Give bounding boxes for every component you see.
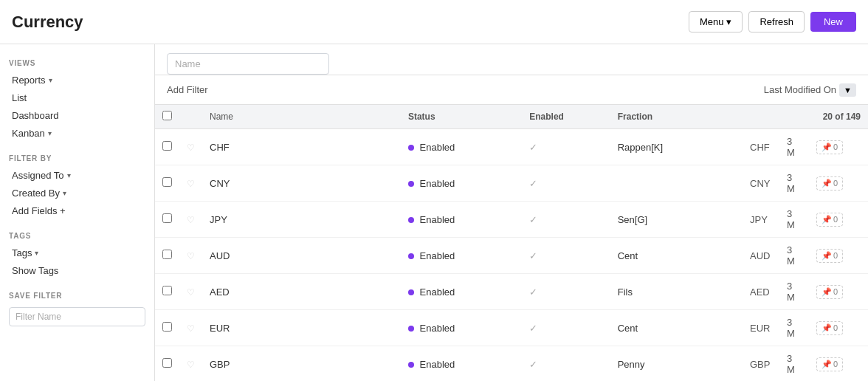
row-checkbox[interactable]: [162, 250, 172, 259]
status-label: Enabled: [420, 286, 455, 298]
status-label: Enabled: [420, 323, 455, 334]
col-fraction: Fraction: [610, 105, 743, 129]
count-badge[interactable]: 📌 0: [816, 213, 843, 227]
sidebar-item-created-by[interactable]: Created By ▾: [9, 185, 145, 202]
sidebar-item-add-fields-label: Add Fields +: [12, 205, 66, 216]
table-row: ♡ CNY Enabled ✓ CNY 3 M 📌 0: [155, 165, 868, 202]
row-name[interactable]: CNY: [202, 165, 401, 202]
row-name[interactable]: AUD: [202, 238, 401, 274]
add-filter-button[interactable]: Add Filter: [167, 81, 208, 98]
status-label: Enabled: [420, 142, 455, 153]
sidebar-item-add-fields[interactable]: Add Fields +: [9, 202, 145, 219]
status-label: Enabled: [420, 178, 455, 189]
row-name[interactable]: EUR: [202, 310, 401, 346]
heart-icon[interactable]: ♡: [187, 287, 195, 298]
count-badge[interactable]: 📌 0: [816, 249, 843, 263]
sidebar: VIEWS Reports ▾ List Dashboard Kanban ▾ …: [0, 44, 155, 381]
menu-button[interactable]: Menu ▾: [689, 11, 743, 32]
chevron-icon-reports: ▾: [49, 76, 52, 84]
row-name[interactable]: JPY: [202, 202, 401, 238]
table-row: ♡ CHF Enabled ✓ Rappen[K] CHF 3 M 📌 0: [155, 129, 868, 165]
heart-icon[interactable]: ♡: [187, 179, 195, 189]
row-code: EUR: [743, 310, 779, 346]
row-count-cell: 📌 0: [809, 165, 868, 202]
heart-icon[interactable]: ♡: [187, 215, 195, 225]
row-fraction: Penny: [610, 346, 743, 382]
status-dot: [408, 181, 414, 187]
new-button[interactable]: New: [810, 12, 856, 32]
count-badge[interactable]: 📌 0: [816, 357, 843, 371]
row-fraction: Sen[G]: [610, 202, 743, 238]
row-checkbox[interactable]: [162, 358, 172, 368]
row-name[interactable]: AED: [202, 274, 401, 310]
sidebar-item-kanban[interactable]: Kanban ▾: [9, 125, 145, 142]
app-header: Currency Menu ▾ Refresh New: [0, 0, 868, 44]
row-enabled: ✓: [522, 346, 610, 382]
row-checkbox-cell: [155, 346, 179, 382]
heart-icon[interactable]: ♡: [187, 143, 195, 153]
heart-icon[interactable]: ♡: [187, 360, 195, 370]
row-status: Enabled: [401, 274, 522, 310]
row-fraction: Fils: [610, 274, 743, 310]
col-record-count: 20 of 149: [743, 105, 868, 129]
row-checkbox[interactable]: [162, 177, 172, 187]
count-badge[interactable]: 📌 0: [816, 321, 843, 335]
row-status: Enabled: [401, 165, 522, 202]
row-checkbox[interactable]: [162, 322, 172, 332]
status-dot: [408, 217, 414, 223]
refresh-button[interactable]: Refresh: [748, 11, 805, 32]
sidebar-item-show-tags[interactable]: Show Tags: [9, 262, 145, 279]
chevron-icon-assigned-to: ▾: [67, 171, 71, 179]
sort-button[interactable]: ▼: [839, 83, 856, 97]
heart-icon[interactable]: ♡: [187, 323, 195, 334]
row-checkbox[interactable]: [162, 286, 172, 295]
chevron-icon-created-by: ▾: [63, 189, 66, 197]
row-name[interactable]: GBP: [202, 346, 401, 382]
sidebar-item-dashboard[interactable]: Dashboard: [9, 107, 145, 124]
row-name[interactable]: CHF: [202, 129, 401, 165]
col-name: Name: [202, 105, 401, 129]
check-icon: ✓: [529, 214, 537, 225]
row-period: 3 M: [779, 274, 809, 310]
pin-icon: 📌: [822, 251, 832, 261]
row-code: JPY: [743, 202, 779, 238]
row-fraction: Rappen[K]: [610, 129, 743, 165]
sidebar-item-tags-label: Tags: [12, 247, 32, 258]
row-code: CNY: [743, 165, 779, 202]
pin-icon: 📌: [822, 360, 832, 369]
sidebar-item-tags[interactable]: Tags ▾: [9, 244, 145, 261]
check-icon: ✓: [529, 250, 537, 261]
count-badge[interactable]: 📌 0: [816, 176, 843, 190]
row-fav-cell: ♡: [179, 310, 202, 346]
pin-icon: 📌: [822, 179, 832, 188]
row-count-cell: 📌 0: [809, 129, 868, 165]
sidebar-item-assigned-to[interactable]: Assigned To ▾: [9, 167, 145, 184]
row-status: Enabled: [401, 202, 522, 238]
row-period: 3 M: [779, 346, 809, 382]
row-fav-cell: ♡: [179, 202, 202, 238]
check-icon: ✓: [529, 359, 537, 370]
row-checkbox-cell: [155, 274, 179, 310]
row-checkbox[interactable]: [162, 213, 172, 223]
count-badge[interactable]: 📌 0: [816, 285, 843, 299]
col-enabled: Enabled: [522, 105, 610, 129]
pin-icon: 📌: [822, 287, 832, 297]
main-content: Add Filter Last Modified On ▼ Name Statu…: [155, 44, 868, 381]
heart-icon[interactable]: ♡: [187, 251, 195, 261]
row-count-cell: 📌 0: [809, 274, 868, 310]
row-fraction: [610, 165, 743, 202]
row-checkbox[interactable]: [162, 141, 172, 151]
table-row: ♡ GBP Enabled ✓ Penny GBP 3 M 📌 0: [155, 346, 868, 382]
filter-name-input[interactable]: [9, 307, 145, 326]
table-row: ♡ AUD Enabled ✓ Cent AUD 3 M 📌 0: [155, 238, 868, 274]
table-row: ♡ JPY Enabled ✓ Sen[G] JPY 3 M 📌 0: [155, 202, 868, 238]
search-input[interactable]: [167, 53, 329, 75]
sidebar-item-list[interactable]: List: [9, 89, 145, 106]
count-value: 0: [833, 143, 838, 151]
sidebar-item-reports[interactable]: Reports ▾: [9, 72, 145, 89]
count-badge[interactable]: 📌 0: [816, 140, 843, 154]
select-all-checkbox[interactable]: [162, 111, 172, 120]
row-code: GBP: [743, 346, 779, 382]
currency-table: Name Status Enabled Fraction 20 of 149 ♡…: [155, 105, 868, 381]
last-modified-sort: Last Modified On ▼: [764, 83, 856, 97]
